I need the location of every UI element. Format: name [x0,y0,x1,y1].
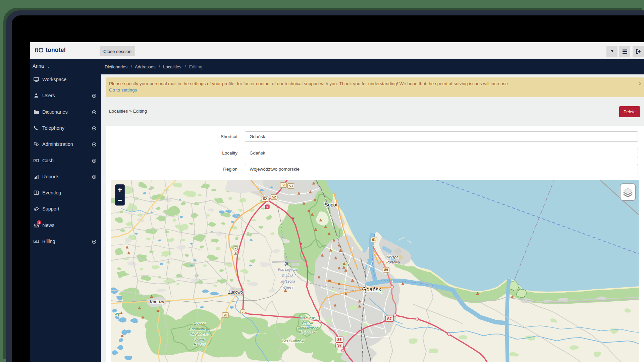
svg-text:Sopot: Sopot [325,202,337,207]
svg-text:Obszar: Obszar [302,321,313,325]
svg-text:52: 52 [272,195,276,199]
svg-text:89: 89 [384,268,388,272]
svg-text:53: 53 [289,184,293,188]
svg-text:7: 7 [242,310,244,313]
svg-text:52: 52 [263,197,267,201]
svg-text:Gdańsk: Gdańsk [282,274,294,278]
svg-text:S7: S7 [387,317,391,321]
svg-text:−: − [118,196,122,204]
svg-text:wy: wy [114,311,120,316]
svg-text:Wałęsy: Wałęsy [282,286,294,289]
svg-text:Las Sulmiński: Las Sulmiński [282,339,304,343]
svg-text:Gdańsk: Gdańsk [362,286,382,292]
svg-text:Chronionego: Chronionego [189,327,210,331]
svg-text:Raduni: Raduni [194,342,206,346]
svg-text:91: 91 [372,238,376,242]
svg-text:Chronionego: Chronionego [298,325,318,329]
svg-text:Port Lotniczy: Port Lotniczy [278,268,298,272]
svg-text:Portowa: Portowa [386,260,400,264]
svg-text:Wyspa: Wyspa [387,255,398,259]
svg-text:6: 6 [235,247,237,250]
svg-text:S7: S7 [337,343,342,347]
svg-text:Krajobrazu: Krajobrazu [191,332,208,336]
svg-text:Krajobrazu: Krajobrazu [299,330,316,334]
svg-text:+: + [118,186,122,194]
svg-text:Otomiński: Otomiński [300,316,316,320]
svg-text:Doliny: Doliny [195,337,205,341]
svg-text:Żukowo: Żukowo [228,290,243,295]
svg-text:S6: S6 [337,338,342,342]
svg-text:20: 20 [223,313,227,317]
svg-text:Kartuzy: Kartuzy [150,300,164,304]
svg-text:6: 6 [235,251,237,254]
svg-text:53: 53 [281,183,285,187]
svg-text:Obszar: Obszar [194,321,206,325]
svg-text:5: 5 [266,205,268,208]
svg-text:im. Lecha: im. Lecha [280,280,295,283]
